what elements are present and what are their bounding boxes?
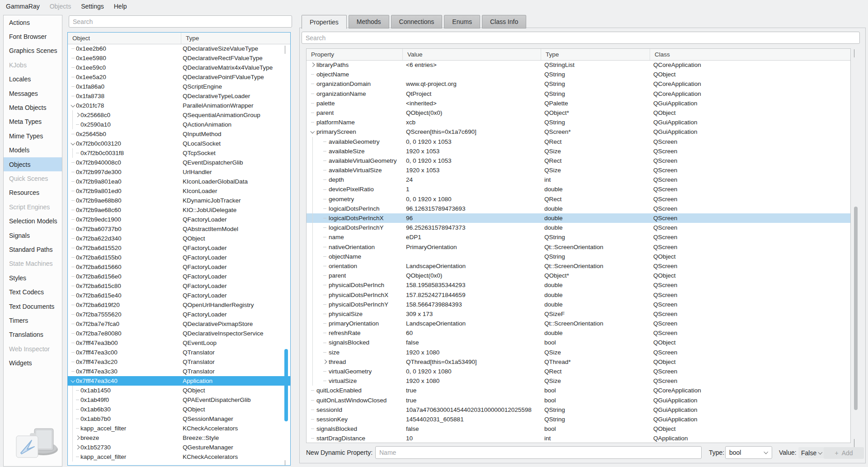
value-select[interactable]: False [798, 447, 826, 458]
property-row[interactable]: availableSize1920 x 1053QSizeQScreen [307, 146, 850, 156]
property-row[interactable]: availableVirtualSize1920 x 1053QSizeQScr… [307, 165, 850, 175]
expander-closed-icon[interactable] [74, 113, 80, 117]
object-tree-row[interactable]: 0x7f2b9ae68c60KIO::JobUiDelegate [68, 205, 290, 215]
sidebar-item-locales[interactable]: Locales [4, 72, 62, 86]
property-row[interactable]: physicalSize309 x 173QSizeFQScreen [307, 309, 850, 319]
property-row[interactable]: platformNamexcbQStringQGuiApplication [307, 118, 850, 127]
object-tree-row[interactable]: 0x1ee5a20QDeclarativePointFValueType [68, 72, 290, 82]
object-tree-row[interactable]: 0x7fff47ea3c00QTranslator [68, 348, 290, 357]
object-tree-row[interactable]: 0x1abb7b0QSessionManager [68, 414, 290, 424]
scroll-up-icon[interactable] [854, 49, 857, 52]
property-row[interactable]: availableGeometry0, 0 1920 x 1053QRectQS… [307, 137, 850, 146]
sidebar-item-resources[interactable]: Resources [4, 186, 62, 200]
object-tree-row[interactable]: 0x7f2b940008c0QEventDispatcherGlib [68, 158, 290, 167]
property-row[interactable]: objectNameQStringQObject [307, 70, 850, 79]
sidebar-item-widgets[interactable]: Widgets [4, 356, 62, 370]
sidebar-item-styles[interactable]: Styles [4, 271, 62, 285]
object-tree-row[interactable]: 0x7f2ba6d155b0QFactoryLoader [68, 253, 290, 262]
property-row[interactable]: sessionId10a7a47063000145440203100000012… [307, 405, 850, 415]
property-search-input[interactable] [302, 32, 860, 44]
object-tree-row[interactable]: kapp_accel_filterKCheckAccelerators [68, 424, 290, 433]
tab-connections[interactable]: Connections [391, 15, 443, 28]
tab-properties[interactable]: Properties [302, 15, 347, 29]
property-row[interactable]: availableVirtualGeometry0, 0 1920 x 1053… [307, 156, 850, 165]
expander-closed-icon[interactable] [308, 63, 316, 66]
object-tree-row[interactable]: 0x7f2b9a801ed0KIconLoader [68, 186, 290, 196]
property-row[interactable]: refreshRate60doubleQScreen [307, 328, 850, 338]
property-row[interactable]: startDragDistance10intQApplication [307, 434, 850, 443]
menu-item-gammaray[interactable]: GammaRay [1, 1, 45, 12]
property-row[interactable]: depth24intQScreen [307, 175, 850, 184]
object-tree-row[interactable]: 0x7fff47ea3b00QEventLoop [68, 338, 290, 348]
object-tree-row[interactable]: 0x7f2ba622d340QObject [68, 234, 290, 243]
type-select[interactable]: bool [725, 446, 772, 459]
sidebar-item-standard-paths[interactable]: Standard Paths [4, 242, 62, 256]
expander-closed-icon[interactable] [74, 436, 80, 439]
object-tree-row[interactable]: 0x1fa8738QDeclarativeTypeLoader [68, 91, 290, 101]
object-tree-row[interactable]: 0x1ab6b30QObject [68, 405, 290, 414]
sidebar-item-signals[interactable]: Signals [4, 228, 62, 242]
menu-item-settings[interactable]: Settings [76, 1, 109, 12]
sidebar-item-graphics-scenes[interactable]: Graphics Scenes [4, 44, 62, 58]
object-tree-row[interactable]: 0x1ee59c0QDeclarativeMatrix4x4ValueType [68, 63, 290, 72]
property-row[interactable]: signalsBlockedfalseboolQObject [307, 338, 850, 347]
object-tree-row[interactable]: 0x7f2b9a801ea0KIconLoaderGlobalData [68, 177, 290, 186]
property-row[interactable]: primaryScreenQScreen[this=0x1a7c690]QScr… [307, 127, 850, 137]
sidebar-item-text-codecs[interactable]: Text Codecs [4, 285, 62, 299]
scroll-down-icon[interactable] [854, 439, 857, 442]
menu-item-help[interactable]: Help [109, 1, 132, 12]
new-property-name-input[interactable] [375, 446, 702, 459]
property-row[interactable]: nameeDP1QStringQScreen [307, 232, 850, 242]
object-tree-row[interactable]: 0x7f2ba6d19f20QOpenUrlHandlerRegistry [68, 300, 290, 310]
tab-methods[interactable]: Methods [349, 15, 389, 28]
column-header-type[interactable]: Type [181, 33, 290, 44]
add-property-button[interactable]: + Add [824, 447, 864, 459]
property-row[interactable]: physicalDotsPerInch158.19585835344293dou… [307, 280, 850, 290]
sidebar-item-selection-models[interactable]: Selection Models [4, 214, 62, 228]
sidebar-item-objects[interactable]: Objects [4, 157, 62, 171]
property-row[interactable]: logicalDotsPerInch96.126315789473693doub… [307, 204, 850, 213]
property-row[interactable]: objectNameQStringQObject [307, 252, 850, 261]
scroll-down-icon[interactable] [285, 460, 288, 463]
object-tree-row[interactable]: 0x25645b0QInputMethod [68, 129, 290, 139]
sidebar-item-actions[interactable]: Actions [4, 15, 62, 29]
scroll-up-icon[interactable] [285, 46, 288, 49]
object-search-input[interactable] [69, 15, 292, 28]
property-row[interactable]: orientationLandscapeOrientationQt::Scree… [307, 261, 850, 271]
object-tree-row[interactable]: 0x7f2ba6d15520QFactoryLoader [68, 243, 290, 253]
object-tree-row[interactable]: 0x7f2ba7e80080QDeclarativeInspectorServi… [68, 329, 290, 338]
object-tree-row[interactable]: 0x2590a10QActionAnimation [68, 120, 290, 129]
property-row[interactable]: primaryOrientationLandscapeOrientationQt… [307, 319, 850, 328]
property-row[interactable]: quitOnLastWindowClosedtrueboolQGuiApplic… [307, 396, 850, 405]
property-row[interactable]: parentQObject(0x0)QObject*QObject [307, 271, 850, 280]
object-tree-row[interactable]: 0x7f2ba6d15c80QFactoryLoader [68, 281, 290, 291]
object-tree-row[interactable]: breezeBreeze::Style [68, 433, 290, 443]
column-header-class[interactable]: Class [650, 49, 850, 60]
property-row[interactable]: organizationNameQtProjectQStringQCoreApp… [307, 89, 850, 99]
object-tree-row[interactable]: 0x7f2ba6d156e0QFactoryLoader [68, 272, 290, 281]
scrollbar-thumb[interactable] [284, 349, 288, 421]
object-tree-row[interactable]: 0x7f2b0c0031f8QTcpSocket [68, 148, 290, 158]
object-tree-row[interactable]: 0x1ab1450QObject [68, 386, 290, 395]
expander-open-icon[interactable] [70, 380, 76, 382]
object-tree-row[interactable]: 0x1fa86a0QScriptEngine [68, 82, 290, 91]
property-row[interactable]: logicalDotsPerInchX96doubleQScreen [307, 213, 850, 223]
object-tree-row[interactable]: 0x7fff47ea3c40Application [68, 376, 290, 386]
column-header-object[interactable]: Object [68, 33, 181, 44]
object-tree-row[interactable]: 0x1ee5980QDeclarativeRectFValueType [68, 53, 290, 63]
expander-closed-icon[interactable] [321, 360, 329, 363]
object-tree-row[interactable]: kapp_accel_filterKCheckAccelerators [68, 452, 290, 462]
property-row[interactable]: geometry0, 0 1920 x 1080QRectQScreen [307, 194, 850, 204]
property-row[interactable]: physicalDotsPerInchY158.5664739884393dou… [307, 300, 850, 309]
object-tree-row[interactable]: 0x7f2b9ae68b80KDynamicJobTracker [68, 196, 290, 205]
property-row[interactable]: quitLockEnabledtrueboolQCoreApplication [307, 386, 850, 395]
object-tree-row[interactable]: 0x7f2b0c003120QLocalSocket [68, 139, 290, 148]
object-tree-row[interactable]: 0x7f2b9edc1900QFactoryLoader [68, 215, 290, 224]
object-tree-row[interactable]: 0x7fff47ea3c30QTranslator [68, 367, 290, 376]
property-row[interactable]: logicalDotsPerInchY96.252631578947373dou… [307, 223, 850, 232]
object-tree-row[interactable]: 0x201fc78ParallelAnimationWrapper [68, 101, 290, 110]
sidebar-item-text-documents[interactable]: Text Documents [4, 299, 62, 313]
expander-open-icon[interactable] [308, 131, 316, 133]
property-row[interactable]: nativeOrientationPrimaryOrientationQt::S… [307, 242, 850, 252]
column-header-type[interactable]: Type [541, 49, 650, 60]
